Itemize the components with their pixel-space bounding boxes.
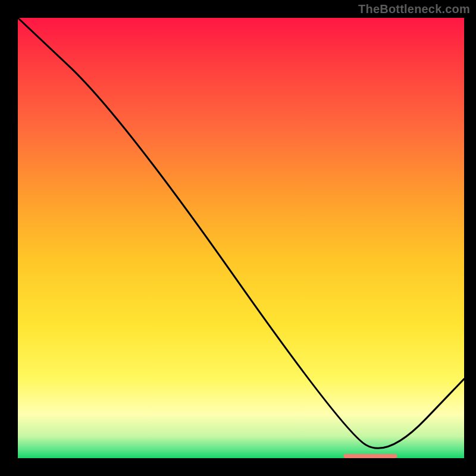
chart-svg (18, 18, 464, 458)
gradient-background (18, 18, 464, 458)
plot-area (18, 18, 464, 458)
svg-rect-0 (344, 454, 397, 458)
watermark-text: TheBottleneck.com (358, 2, 470, 16)
chart-frame: TheBottleneck.com (0, 0, 476, 476)
marker-strip (344, 454, 397, 458)
